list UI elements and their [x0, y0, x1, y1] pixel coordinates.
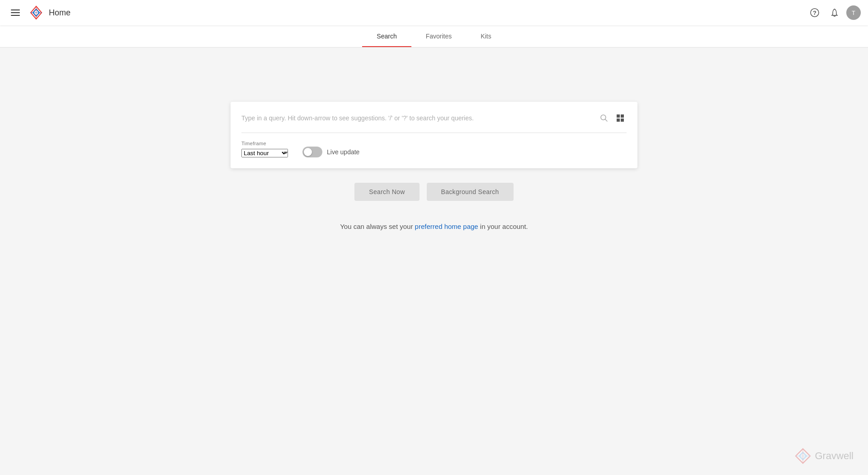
- tab-favorites[interactable]: Favorites: [411, 25, 467, 47]
- watermark: Gravwell: [795, 448, 854, 464]
- search-input[interactable]: [241, 111, 598, 125]
- search-box: Timeframe Last hour Last 24 hours Last 7…: [231, 102, 637, 168]
- grid-view-button[interactable]: [614, 112, 627, 124]
- magnifier-icon: [600, 114, 608, 122]
- live-update-group: Live update: [302, 147, 359, 157]
- main-content: Timeframe Last hour Last 24 hours Last 7…: [0, 48, 868, 230]
- search-input-row: [241, 111, 627, 133]
- help-button[interactable]: ?: [807, 5, 823, 21]
- help-icon: ?: [810, 8, 819, 17]
- menu-icon: [9, 8, 22, 18]
- timeframe-row: Timeframe Last hour Last 24 hours Last 7…: [241, 140, 627, 157]
- timeframe-select[interactable]: Last hour Last 24 hours Last 7 days Last…: [241, 149, 288, 157]
- hamburger-menu-button[interactable]: [7, 5, 24, 21]
- info-text-after: in your account.: [478, 223, 528, 230]
- svg-rect-9: [621, 114, 624, 118]
- svg-text:?: ?: [813, 10, 816, 16]
- tab-search[interactable]: Search: [362, 25, 411, 47]
- search-magnifier-button[interactable]: [598, 112, 610, 124]
- svg-rect-11: [621, 119, 624, 122]
- logo-icon: [29, 5, 43, 20]
- watermark-brand: Gravwell: [815, 450, 854, 462]
- svg-line-7: [605, 119, 608, 122]
- info-text: You can always set your preferred home p…: [340, 223, 528, 230]
- grid-icon: [616, 114, 625, 123]
- bell-icon: [830, 8, 839, 17]
- search-input-icons: [598, 112, 627, 124]
- tab-kits[interactable]: Kits: [466, 25, 505, 47]
- toggle-slider: [302, 147, 322, 157]
- app-header: Home ? T: [0, 0, 868, 25]
- avatar[interactable]: T: [846, 5, 861, 20]
- background-search-button[interactable]: Background Search: [427, 183, 514, 201]
- header-left: Home: [7, 5, 71, 21]
- notifications-button[interactable]: [826, 5, 843, 21]
- header-right: ? T: [807, 5, 861, 21]
- search-now-button[interactable]: Search Now: [354, 183, 419, 201]
- nav-tabs: Search Favorites Kits: [0, 25, 868, 48]
- timeframe-select-wrapper: Last hour Last 24 hours Last 7 days Last…: [241, 149, 288, 157]
- page-title: Home: [49, 8, 71, 18]
- svg-rect-10: [617, 119, 620, 122]
- live-update-label: Live update: [327, 148, 359, 156]
- live-update-toggle[interactable]: [302, 147, 322, 157]
- preferred-home-page-link[interactable]: preferred home page: [415, 223, 478, 230]
- svg-rect-8: [617, 114, 620, 118]
- timeframe-label: Timeframe: [241, 141, 288, 146]
- timeframe-group: Timeframe Last hour Last 24 hours Last 7…: [241, 141, 288, 157]
- info-text-before: You can always set your: [340, 223, 415, 230]
- watermark-logo-icon: [795, 448, 811, 464]
- logo: [29, 5, 43, 20]
- buttons-row: Search Now Background Search: [354, 183, 513, 201]
